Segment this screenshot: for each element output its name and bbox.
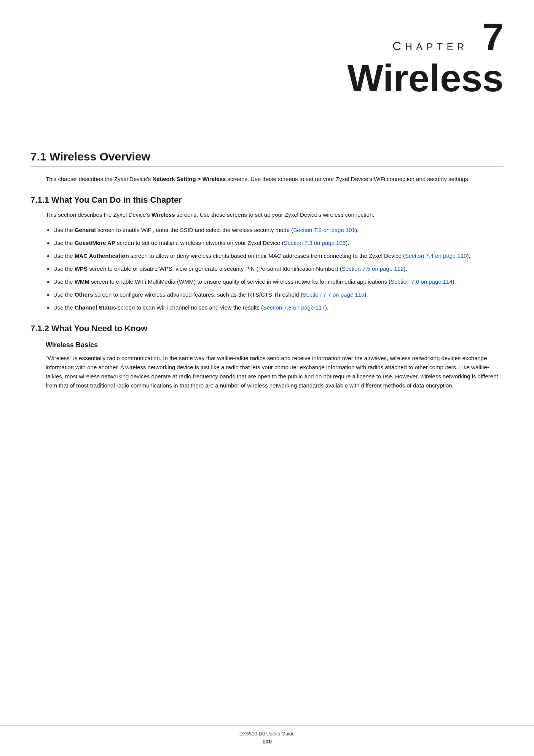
bullet-1-link[interactable]: Section 7.2 on page 101 <box>293 227 355 233</box>
bullet-6-suffix: ). <box>364 291 368 298</box>
bullet-2-bold: Guest/More AP <box>75 240 115 246</box>
wireless-basics-heading: Wireless Basics <box>46 341 504 349</box>
bullet-1-suffix: ). <box>355 227 359 233</box>
bullet-1-middle: screen to enable WiFi, enter the SSID an… <box>96 227 293 233</box>
bullet-6-middle: screen to configure wireless advanced fe… <box>93 291 303 298</box>
bullet-1-bold: General <box>75 227 96 233</box>
list-item: Use the WMM screen to enable WiFi MultiM… <box>53 277 504 286</box>
bullet-4-prefix: Use the <box>53 265 75 272</box>
bullet-5-prefix: Use the <box>53 278 75 285</box>
bullet-7-prefix: Use the <box>53 304 75 311</box>
bullet-6-bold: Others <box>75 291 93 298</box>
bullet-3-prefix: Use the <box>53 253 75 259</box>
list-item: Use the Guest/More AP screen to set up m… <box>53 238 504 248</box>
section-712-heading: 7.1.2 What You Need to Know <box>30 324 504 334</box>
section-711-para: This section describes the Zyxel Device'… <box>46 210 504 219</box>
chapter-label: CHAPTER <box>392 39 482 53</box>
bullet-1-prefix: Use the <box>53 227 75 233</box>
bullet-2-prefix: Use the <box>53 240 75 246</box>
section-711-p1-start: This section describes the Zyxel Device'… <box>46 211 151 218</box>
bullet-7-suffix: ). <box>325 304 328 311</box>
wireless-basics-para: "Wireless" is essentially radio communic… <box>46 354 504 390</box>
section-711-p1-end: screens. Use these screens to set up you… <box>175 211 375 218</box>
bullet-7-bold: Channel Status <box>75 304 116 311</box>
section-71-heading: 7.1 Wireless Overview <box>30 150 504 167</box>
bullet-3-bold: MAC Authentication <box>75 253 129 259</box>
bullet-3-middle: screen to allow or deny wireless clients… <box>129 253 405 259</box>
list-item: Use the General screen to enable WiFi, e… <box>53 226 504 235</box>
section-71-bold: Network Setting > Wireless <box>152 176 226 182</box>
bullet-3-suffix: ). <box>467 253 470 259</box>
footer-page-number: 100 <box>0 738 534 745</box>
page-container: CHAPTER 7 Wireless 7.1 Wireless Overview… <box>0 0 534 756</box>
bullet-4-bold: WPS <box>75 265 88 272</box>
section-71-para: This chapter describes the Zyxel Device'… <box>46 175 504 184</box>
footer-guide-name: DX5510-B0 User's Guide <box>239 731 295 737</box>
list-item: Use the WPS screen to enable or disable … <box>53 264 504 273</box>
list-item: Use the MAC Authentication screen to all… <box>53 251 504 260</box>
bullet-4-link[interactable]: Section 7.5 on page 112 <box>342 265 404 272</box>
bullet-5-link[interactable]: Section 7.6 on page 114 <box>391 278 453 285</box>
section-71-intro: This chapter describes the Zyxel Device'… <box>46 176 152 182</box>
bullet-2-suffix: ). <box>346 240 349 246</box>
bullet-5-suffix: ). <box>453 278 456 285</box>
page-footer: DX5510-B0 User's Guide 100 <box>0 725 534 745</box>
chapter-title: Wireless <box>347 59 504 97</box>
bullet-6-prefix: Use the <box>53 291 75 298</box>
bullet-7-link[interactable]: Section 7.8 on page 117 <box>263 304 325 311</box>
bullet-5-middle: screen to enable WiFi MultiMedia (WMM) t… <box>89 278 391 285</box>
bullet-4-suffix: ). <box>404 265 407 272</box>
content-area: 7.1 Wireless Overview This chapter descr… <box>0 120 534 434</box>
list-item: Use the Channel Status screen to scan Wi… <box>53 303 504 312</box>
bullet-6-link[interactable]: Section 7.7 on page 115 <box>303 291 365 298</box>
bullet-4-middle: screen to enable or disable WPS, view or… <box>88 265 342 272</box>
bullet-7-middle: screen to scan WiFi channel noises and v… <box>116 304 263 311</box>
bullet-2-middle: screen to set up multiple wireless netwo… <box>115 240 284 246</box>
list-item: Use the Others screen to configure wirel… <box>53 290 504 299</box>
section-71-end: screens. Use these screens to set up you… <box>226 176 470 182</box>
bullet-3-link[interactable]: Section 7.4 on page 110 <box>405 253 467 259</box>
chapter-header: CHAPTER 7 Wireless <box>0 0 534 120</box>
bullet-list-711: Use the General screen to enable WiFi, e… <box>53 226 504 312</box>
section-711-heading: 7.1.1 What You Can Do in this Chapter <box>30 195 504 205</box>
chapter-number: 7 <box>482 16 504 58</box>
chapter-label-line: CHAPTER 7 <box>392 15 504 59</box>
chapter-header-line: CHAPTER 7 Wireless <box>30 15 504 97</box>
bullet-2-link[interactable]: Section 7.3 on page 106 <box>284 240 346 246</box>
bullet-5-bold: WMM <box>75 278 89 285</box>
section-711-p1-bold: Wireless <box>151 211 175 218</box>
